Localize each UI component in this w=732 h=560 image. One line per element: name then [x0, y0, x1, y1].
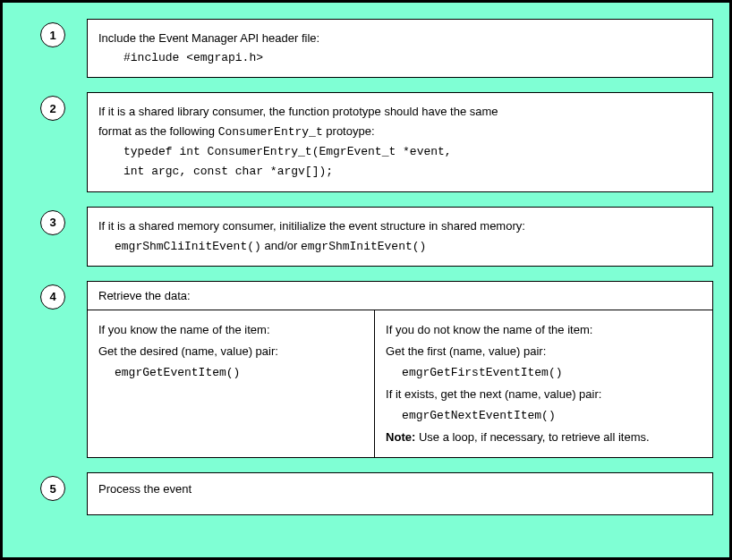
step-4-note-bold: Note:	[386, 430, 415, 444]
step-4-header: Retrieve the data:	[88, 282, 712, 310]
step-4-left-code: emgrGetEventItem()	[98, 362, 363, 384]
step-4-right: If you do not know the name of the item:…	[375, 310, 712, 457]
step-4-right-code2: emgrGetNextEventItem()	[386, 405, 702, 427]
step-4-right-l2: Get the first (name, value) pair:	[386, 341, 702, 362]
step-3-badge-col: 3	[19, 207, 87, 235]
step-4-note-text: Use a loop, if necessary, to retrieve al…	[415, 430, 649, 444]
step-5-box: Process the event	[87, 472, 713, 515]
step-4-right-l1: If you do not know the name of the item:	[386, 319, 702, 341]
step-3-code1: emgrShmCliInitEvent()	[115, 240, 261, 253]
step-4-badge: 4	[40, 284, 65, 310]
step-1-badge: 1	[40, 22, 65, 47]
step-3-line1: If it is a shared memory consumer, initi…	[98, 216, 702, 236]
step-2-line2a: format as the following	[98, 124, 218, 138]
step-4-left: If you know the name of the item: Get th…	[88, 310, 375, 457]
step-4-badge-col: 4	[19, 281, 87, 310]
step-3-codes: emgrShmCliInitEvent() and/or emgrShmInit…	[98, 236, 702, 257]
step-1-box: Include the Event Manager API header fil…	[87, 19, 713, 78]
step-3-badge: 3	[40, 210, 65, 235]
step-4-box: Retrieve the data: If you know the name …	[87, 281, 713, 458]
step-3-code2: emgrShmInitEvent()	[301, 240, 426, 253]
step-4-row: 4 Retrieve the data: If you know the nam…	[19, 281, 713, 458]
step-5-badge: 5	[40, 476, 65, 501]
step-5-text: Process the event	[98, 482, 192, 496]
step-4-body: If you know the name of the item: Get th…	[88, 310, 712, 457]
step-2-row: 2 If it is a shared library consumer, th…	[19, 92, 713, 191]
step-3-row: 3 If it is a shared memory consumer, ini…	[19, 207, 713, 267]
step-2-code2: int argc, const char *argv[]);	[98, 162, 702, 182]
diagram-canvas: 1 Include the Event Manager API header f…	[0, 0, 732, 560]
step-5-badge-col: 5	[19, 472, 87, 501]
step-2-badge: 2	[40, 96, 65, 121]
step-1-badge-col: 1	[19, 19, 87, 47]
step-4-right-note: Note: Use a loop, if necessary, to retri…	[386, 427, 702, 448]
step-4-left-l1: If you know the name of the item:	[98, 319, 363, 341]
step-2-line2b: protoype:	[323, 124, 375, 138]
step-1-row: 1 Include the Event Manager API header f…	[19, 19, 713, 78]
step-1-text: Include the Event Manager API header fil…	[98, 29, 702, 48]
step-1-code: #include <emgrapi.h>	[98, 48, 702, 68]
step-4-right-code1: emgrGetFirstEventItem()	[386, 362, 702, 384]
step-4-left-l2: Get the desired (name, value) pair:	[98, 341, 363, 362]
step-3-box: If it is a shared memory consumer, initi…	[87, 207, 713, 267]
step-2-box: If it is a shared library consumer, the …	[87, 92, 713, 191]
step-2-line2-code: ConsumerEntry_t	[218, 125, 323, 139]
step-2-code1: typedef int ConsumerEntry_t(EmgrEvent_t …	[98, 142, 702, 162]
step-4-right-l3: If it exists, get the next (name, value)…	[386, 384, 702, 405]
step-2-line1: If it is a shared library consumer, the …	[98, 102, 702, 122]
step-5-row: 5 Process the event	[19, 472, 713, 515]
step-2-line2: format as the following ConsumerEntry_t …	[98, 122, 702, 142]
step-3-mid: and/or	[261, 239, 301, 252]
step-2-badge-col: 2	[19, 92, 87, 121]
